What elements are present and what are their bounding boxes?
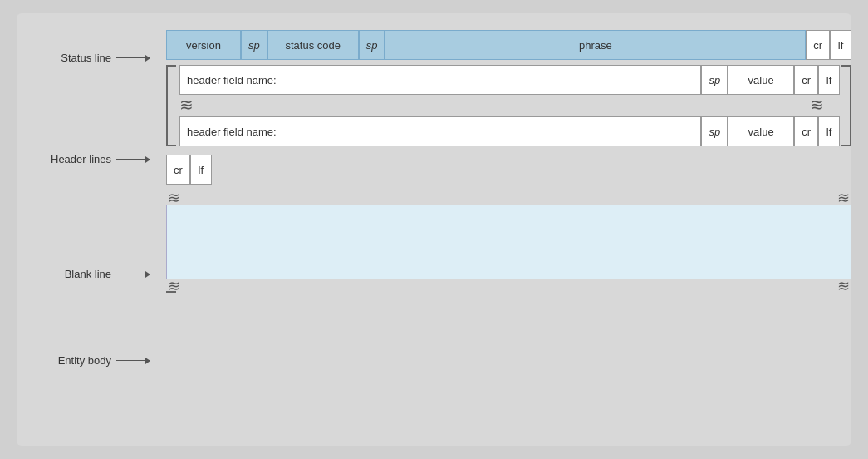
header-ellipsis: ≋ ≋ (179, 95, 840, 115)
blank-line-label: Blank line (65, 268, 150, 280)
header-value-2: value (728, 116, 794, 146)
header-lines-label: Header lines (51, 153, 150, 165)
status-line-row: version sp status code sp phrase cr (166, 30, 851, 60)
blank-lf: lf (190, 155, 212, 185)
diagram-content: version sp status code sp phrase cr (166, 30, 851, 293)
blank-cr: cr (166, 155, 190, 185)
left-ellipsis: ≋ (179, 95, 196, 115)
header-row-1: header field name: sp value cr lf (179, 65, 840, 95)
sp1-cell: sp (241, 30, 267, 60)
labels-column: Status line Header lines Blank line Enti… (17, 30, 150, 429)
entity-ellipsis-right-top: ≋ (837, 189, 850, 207)
entity-body-box (166, 205, 851, 279)
header-field-1: header field name: (179, 65, 701, 95)
header-sp-1: sp (701, 65, 728, 95)
entity-left-bracket-bottom (166, 291, 176, 293)
entity-ellipsis-right-bottom: ≋ (837, 277, 850, 295)
right-ellipsis: ≋ (810, 95, 826, 115)
header-lf-1: lf (818, 65, 840, 95)
status-code-cell: status code (267, 30, 359, 60)
entity-body-section: ≋ ≋ ≋ ≋ (166, 191, 851, 293)
cr-cell-status: cr (806, 30, 830, 60)
entity-top-ellipsis-row: ≋ ≋ (166, 191, 851, 205)
header-cr-1: cr (794, 65, 818, 95)
version-cell: version (166, 30, 241, 60)
lf-cell-status: lf (830, 30, 851, 60)
sp2-cell: sp (359, 30, 385, 60)
left-bracket (166, 65, 176, 146)
main-container: Status line Header lines Blank line Enti… (17, 13, 851, 446)
phrase-cell: phrase (385, 30, 806, 60)
header-cr-2: cr (794, 116, 818, 146)
header-bracket-wrapper: header field name: sp value cr lf (166, 65, 851, 146)
header-field-2: header field name: (179, 116, 701, 146)
header-sp-2: sp (701, 116, 728, 146)
header-rows-inner: header field name: sp value cr lf (178, 65, 840, 146)
entity-ellipsis-left-top: ≋ (168, 189, 180, 207)
blank-line-row: cr lf (166, 155, 851, 185)
header-lf-2: lf (818, 116, 840, 146)
header-row-2: header field name: sp value cr lf (179, 116, 840, 146)
header-value-1: value (728, 65, 794, 95)
right-bracket (841, 65, 851, 146)
diagram-column: version sp status code sp phrase cr (150, 30, 851, 429)
status-line-label: Status line (61, 52, 150, 64)
entity-bottom-ellipsis-row: ≋ ≋ (166, 279, 851, 293)
entity-body-label: Entity body (58, 354, 150, 367)
